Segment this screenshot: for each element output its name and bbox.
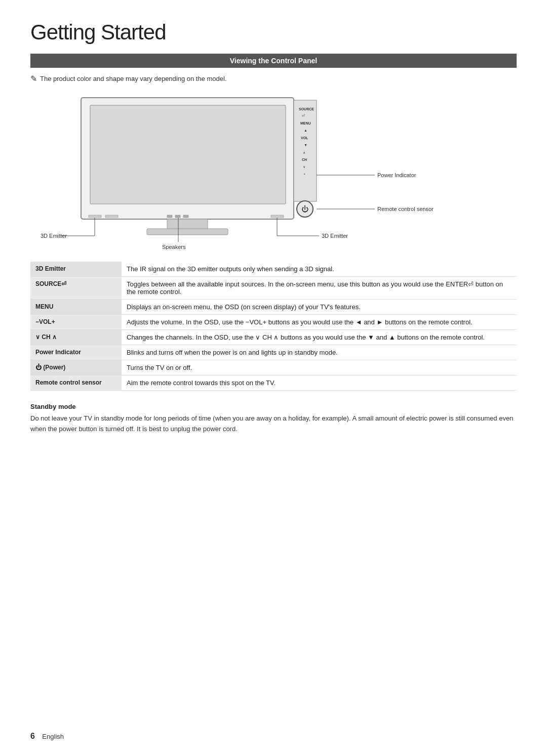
svg-text:Speakers: Speakers bbox=[162, 244, 186, 249]
table-row: Remote control sensorAim the remote cont… bbox=[30, 375, 517, 391]
feature-label: ⏻ (Power) bbox=[30, 360, 122, 375]
svg-text:∨: ∨ bbox=[303, 165, 305, 169]
section-header: Viewing the Control Panel bbox=[30, 54, 517, 68]
feature-description: Toggles between all the available input … bbox=[122, 277, 517, 300]
page-number: 6 bbox=[30, 732, 35, 740]
svg-rect-4 bbox=[147, 229, 228, 235]
svg-text:CH: CH bbox=[302, 158, 307, 161]
table-row: ∨ CH ∧Changes the channels. In the OSD, … bbox=[30, 330, 517, 345]
feature-label: −VOL+ bbox=[30, 315, 122, 330]
feature-label: SOURCE⏎ bbox=[30, 277, 122, 300]
svg-rect-3 bbox=[167, 219, 208, 229]
svg-text:∧: ∧ bbox=[303, 151, 305, 154]
feature-label: ∨ CH ∧ bbox=[30, 330, 122, 345]
feature-description: Adjusts the volume. In the OSD, use the … bbox=[122, 315, 517, 330]
svg-rect-23 bbox=[89, 215, 101, 218]
svg-rect-30 bbox=[183, 215, 188, 218]
svg-text:▲: ▲ bbox=[304, 129, 307, 132]
standby-text: Do not leave your TV in standby mode for… bbox=[30, 413, 517, 435]
feature-description: Aim the remote control towards this spot… bbox=[122, 375, 517, 391]
svg-text:⏎: ⏎ bbox=[302, 114, 305, 117]
standby-section: Standby mode Do not leave your TV in sta… bbox=[30, 403, 517, 435]
feature-label: MENU bbox=[30, 300, 122, 315]
table-row: −VOL+Adjusts the volume. In the OSD, use… bbox=[30, 315, 517, 330]
page-footer: 6 English bbox=[30, 732, 64, 741]
svg-rect-29 bbox=[175, 215, 180, 218]
svg-text:3D Emitter: 3D Emitter bbox=[322, 233, 348, 239]
svg-rect-33 bbox=[271, 215, 284, 218]
feature-description: The IR signal on the 3D emitter outputs … bbox=[122, 262, 517, 277]
note-line: ✎ The product color and shape may vary d… bbox=[30, 75, 517, 83]
svg-rect-24 bbox=[105, 215, 118, 218]
feature-description: Changes the channels. In the OSD, use th… bbox=[122, 330, 517, 345]
standby-title: Standby mode bbox=[30, 403, 517, 410]
table-row: MENUDisplays an on-screen menu, the OSD … bbox=[30, 300, 517, 315]
svg-text:VOL: VOL bbox=[301, 136, 308, 140]
table-row: 3D EmitterThe IR signal on the 3D emitte… bbox=[30, 262, 517, 277]
feature-description: Blinks and turns off when the power is o… bbox=[122, 345, 517, 360]
page-title: Getting Started bbox=[30, 20, 517, 45]
svg-text:Remote control sensor: Remote control sensor bbox=[377, 206, 434, 212]
svg-rect-1 bbox=[90, 105, 286, 204]
feature-description: Turns the TV on or off. bbox=[122, 360, 517, 375]
feature-label: Remote control sensor bbox=[30, 375, 122, 391]
svg-text:▼: ▼ bbox=[304, 143, 307, 147]
diagram-container: SAMSUNG SOURCE ⏎ MENU ▲ VOL ▼ ∧ CH ∨ • P… bbox=[30, 93, 517, 249]
svg-rect-28 bbox=[167, 215, 172, 218]
table-row: SOURCE⏎Toggles between all the available… bbox=[30, 277, 517, 300]
feature-label: Power Indicator bbox=[30, 345, 122, 360]
svg-text:Power Indicator: Power Indicator bbox=[377, 172, 416, 178]
feature-label: 3D Emitter bbox=[30, 262, 122, 277]
table-row: ⏻ (Power)Turns the TV on or off. bbox=[30, 360, 517, 375]
feature-description: Displays an on-screen menu, the OSD (on … bbox=[122, 300, 517, 315]
svg-text:SOURCE: SOURCE bbox=[299, 107, 314, 111]
table-row: Power IndicatorBlinks and turns off when… bbox=[30, 345, 517, 360]
svg-text:MENU: MENU bbox=[300, 121, 311, 125]
svg-text:⏻: ⏻ bbox=[301, 205, 308, 213]
tv-diagram: SAMSUNG SOURCE ⏎ MENU ▲ VOL ▼ ∧ CH ∨ • P… bbox=[30, 93, 517, 249]
svg-text:3D Emitter: 3D Emitter bbox=[41, 233, 67, 239]
language-label: English bbox=[42, 733, 64, 740]
note-text: The product color and shape may vary dep… bbox=[40, 75, 227, 82]
features-table: 3D EmitterThe IR signal on the 3D emitte… bbox=[30, 262, 517, 391]
note-icon: ✎ bbox=[30, 74, 37, 83]
